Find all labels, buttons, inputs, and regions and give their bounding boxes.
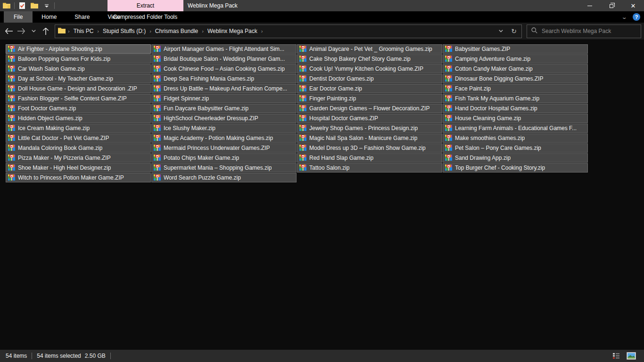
file-item[interactable]: Ear Doctor Game.zip	[297, 84, 442, 93]
tab-home[interactable]: Home	[33, 11, 66, 23]
file-item[interactable]: Car Wash Salon Game.zip	[6, 64, 151, 74]
file-item[interactable]: Fidget Spinner.zip	[151, 94, 297, 103]
contextual-tab-header-extract[interactable]: Extract	[107, 0, 183, 11]
file-item[interactable]: Camping Adventure Game.zip	[443, 54, 588, 64]
zip-archive-icon	[154, 55, 161, 63]
file-item[interactable]: Cake Shop Bakery Chef Story Game.zip	[297, 54, 442, 64]
breadcrumb-this-pc[interactable]: This PC	[70, 28, 97, 34]
file-item[interactable]: Hand Doctor Hospital Games.zip	[443, 104, 588, 113]
file-item[interactable]: Cook Up! Yummy Kitchen Cooking Game.ZIP	[297, 64, 442, 74]
zip-archive-icon	[154, 174, 161, 181]
address-bar[interactable]: › This PC › Stupid Stuffs (D:) › Chrisma…	[55, 25, 522, 38]
file-item[interactable]: Jewelry Shop Games - Princess Design.zip	[297, 123, 442, 133]
file-item[interactable]: Mandala Coloring Book Game.zip	[6, 143, 151, 153]
file-item[interactable]: Shoe Maker - High Heel Designer.zip	[6, 163, 151, 173]
file-list-area[interactable]: Air Fighter - Airplane Shooting.zip Airp…	[0, 40, 644, 350]
new-folder-icon[interactable]	[30, 1, 39, 10]
search-input[interactable]	[542, 28, 636, 34]
zip-archive-icon	[445, 105, 453, 112]
file-item[interactable]: Babysitter Games.ZIP	[443, 44, 588, 54]
file-name: Cotton Candy Maker Game.zip	[455, 66, 533, 72]
file-item[interactable]: Magic Nail Spa Salon - Manicure Game.zip	[297, 133, 442, 143]
address-dropdown-chevron-icon[interactable]	[494, 25, 507, 37]
file-item[interactable]: Airport Manager Games - Flight Attendant…	[151, 44, 297, 54]
file-item[interactable]: Ice Slushy Maker.zip	[151, 123, 297, 133]
customize-qat-chevron-icon[interactable]	[42, 1, 51, 10]
help-icon[interactable]: ?	[633, 13, 640, 21]
breadcrumb-parent-folder[interactable]: Chrismas Bundle	[152, 28, 201, 34]
file-item[interactable]: Air Fighter - Airplane Shooting.zip	[6, 44, 151, 54]
file-name: Fashion Blogger - Selfie Contest Game.ZI…	[18, 95, 127, 102]
file-item[interactable]: Animal Daycare - Pet Vet _ Grooming Game…	[297, 44, 442, 54]
selection-size: 2.50 GB	[85, 353, 106, 359]
file-item[interactable]: Balloon Popping Games For Kids.zip	[6, 54, 151, 64]
tab-file[interactable]: File	[4, 11, 33, 23]
recent-locations-chevron-icon[interactable]	[27, 25, 40, 37]
forward-button[interactable]	[15, 25, 27, 37]
file-item[interactable]: Tattoo Salon.zip	[297, 163, 442, 173]
zip-archive-icon	[8, 124, 16, 132]
file-name: Dinosaur Bone Digging Games.ZIP	[455, 75, 543, 82]
zip-archive-icon	[154, 134, 161, 142]
file-item[interactable]: Pizza Maker - My Pizzeria Game.ZIP	[6, 153, 151, 163]
file-item[interactable]: Bridal Boutique Salon - Wedding Planner …	[151, 54, 297, 64]
file-item[interactable]: Hospital Doctor Games.ZIP	[297, 114, 442, 123]
file-item[interactable]: Dentist Doctor Games.zip	[297, 74, 442, 83]
file-item[interactable]: Cook Chinese Food – Asian Cooking Games.…	[151, 64, 297, 74]
file-item[interactable]: Witch to Princess Potion Maker Game.ZIP	[6, 173, 151, 182]
search-box[interactable]	[527, 25, 641, 38]
file-item[interactable]: Make smoothies Games.zip	[443, 133, 588, 143]
file-item[interactable]: Red Hand Slap Game.zip	[297, 153, 442, 163]
large-icons-view-button[interactable]	[625, 351, 637, 361]
file-name: Potato Chips Maker Game.zip	[164, 155, 239, 161]
properties-icon[interactable]	[17, 1, 27, 10]
file-item[interactable]: Hidden Object Games.zip	[6, 114, 151, 123]
refresh-icon: ↻	[511, 27, 517, 35]
file-item[interactable]: Day at School - My Teacher Game.zip	[6, 74, 151, 83]
file-item[interactable]: House Cleaning Game.zip	[443, 114, 588, 123]
file-item[interactable]: Ice Cream Making Game.zip	[6, 123, 151, 133]
zip-archive-icon	[8, 55, 16, 63]
file-item[interactable]: Supermarket Mania – Shopping Games.zip	[151, 163, 297, 173]
file-item[interactable]: HighSchool Cheerleader Dressup.ZIP	[151, 114, 297, 123]
file-item[interactable]: Finger Painting.zip	[297, 94, 442, 103]
file-item[interactable]: Learning Farm Animals - Educational Game…	[443, 123, 588, 133]
file-item[interactable]: Magic Academy - Potion Making Games.zip	[151, 133, 297, 143]
file-item[interactable]: Dress Up Battle – Makeup And Fashion Com…	[151, 84, 297, 93]
file-name: Bridal Boutique Salon - Wedding Planner …	[164, 56, 285, 62]
file-item[interactable]: Deep Sea Fishing Mania Games.zip	[151, 74, 297, 83]
file-item[interactable]: Sand Drawing App.zip	[443, 153, 588, 163]
file-item[interactable]: Fun Daycare Babysitter Game.zip	[151, 104, 297, 113]
file-item[interactable]: Foot Doctor Games.zip	[6, 104, 151, 113]
file-item[interactable]: Doll House Game - Design and Decoration …	[6, 84, 151, 93]
file-item[interactable]: Model Dress up 3D – Fashion Show Game.zi…	[297, 143, 442, 153]
file-item[interactable]: Garden Design Games – Flower Decoration.…	[297, 104, 442, 113]
details-view-button[interactable]	[610, 351, 622, 361]
file-item[interactable]: Little Cat Doctor - Pet Vet Game.ZIP	[6, 133, 151, 143]
file-item[interactable]: Dinosaur Bone Digging Games.ZIP	[443, 74, 588, 83]
zip-archive-icon	[8, 85, 16, 92]
file-item[interactable]: Potato Chips Maker Game.zip	[151, 153, 297, 163]
file-item[interactable]: Top Burger Chef - Cooking Story.zip	[443, 163, 588, 173]
zip-archive-icon	[8, 134, 16, 142]
up-button[interactable]	[40, 25, 52, 37]
file-item[interactable]: Word Search Puzzle Game.zip	[151, 173, 297, 182]
file-item[interactable]: Fashion Blogger - Selfie Contest Game.ZI…	[6, 94, 151, 103]
minimize-button[interactable]	[579, 0, 601, 11]
file-item[interactable]: Pet Salon – Pony Care Games.zip	[443, 143, 588, 153]
back-button[interactable]	[3, 25, 15, 37]
tab-share[interactable]: Share	[66, 11, 99, 23]
tab-compressed-folder-tools[interactable]: Compressed Folder Tools	[110, 11, 181, 23]
breadcrumb-drive[interactable]: Stupid Stuffs (D:)	[99, 28, 149, 34]
refresh-button[interactable]: ↻	[507, 25, 520, 37]
close-button[interactable]: ✕	[622, 0, 644, 11]
file-item[interactable]: Face Paint.zip	[443, 84, 588, 93]
expand-ribbon-chevron-icon[interactable]: ⌄	[621, 15, 627, 20]
restore-button[interactable]	[601, 0, 622, 11]
file-item[interactable]: Cotton Candy Maker Game.zip	[443, 64, 588, 74]
file-item[interactable]: Mermaid Princess Underwater Games.ZIP	[151, 143, 297, 153]
explorer-folder-icon[interactable]	[2, 1, 11, 10]
breadcrumb-current-folder[interactable]: Weblinx Mega Pack	[204, 28, 261, 34]
file-item[interactable]: Fish Tank My Aquarium Game.zip	[443, 94, 588, 103]
file-name: Magic Academy - Potion Making Games.zip	[164, 135, 273, 141]
